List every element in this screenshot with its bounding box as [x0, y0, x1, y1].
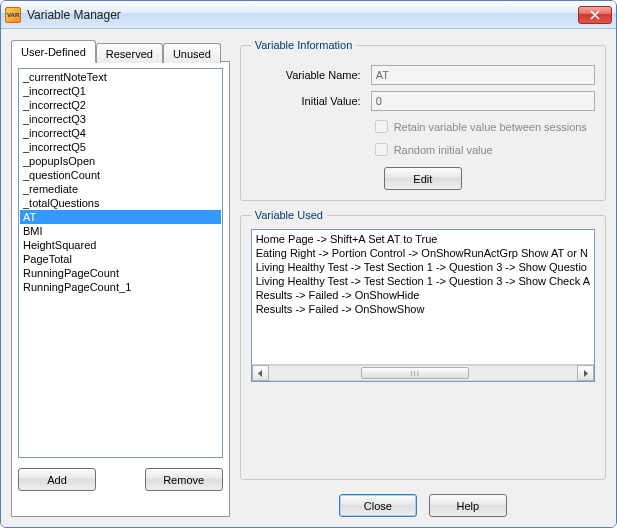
used-line[interactable]: Living Healthy Test -> Test Section 1 ->… [254, 274, 592, 288]
close-icon[interactable] [578, 6, 612, 24]
list-item[interactable]: _questionCount [20, 168, 221, 182]
add-button[interactable]: Add [18, 468, 96, 491]
window-title: Variable Manager [27, 8, 578, 22]
list-item[interactable]: BMI [20, 224, 221, 238]
scroll-thumb[interactable]: III [361, 367, 469, 379]
used-line[interactable]: Living Healthy Test -> Test Section 1 ->… [254, 260, 592, 274]
remove-button[interactable]: Remove [145, 468, 223, 491]
scroll-track[interactable]: III [269, 365, 577, 381]
list-item[interactable]: AT [20, 210, 221, 224]
close-button[interactable]: Close [339, 494, 417, 517]
variable-information-title: Variable Information [251, 39, 357, 51]
tab-user-defined[interactable]: User-Defined [11, 40, 96, 63]
tabstrip: User-Defined Reserved Unused [11, 39, 230, 62]
tab-page: _currentNoteText_incorrectQ1_incorrectQ2… [11, 61, 230, 517]
initial-value-label: Initial Value: [251, 95, 371, 107]
edit-button[interactable]: Edit [384, 167, 462, 190]
help-button[interactable]: Help [429, 494, 507, 517]
used-line[interactable]: Eating Right -> Portion Control -> OnSho… [254, 246, 592, 260]
right-panel: Variable Information Variable Name: Init… [240, 39, 606, 517]
list-item[interactable]: RunningPageCount [20, 266, 221, 280]
scroll-right-arrow-icon[interactable] [577, 365, 594, 381]
horizontal-scrollbar[interactable]: III [252, 364, 594, 381]
variable-listbox[interactable]: _currentNoteText_incorrectQ1_incorrectQ2… [18, 68, 223, 458]
random-checkbox[interactable] [375, 143, 388, 156]
list-item[interactable]: _incorrectQ1 [20, 84, 221, 98]
list-item[interactable]: _incorrectQ2 [20, 98, 221, 112]
variable-manager-window: Variable Manager User-Defined Reserved U… [0, 0, 617, 528]
list-item[interactable]: _totalQuestions [20, 196, 221, 210]
variable-used-group: Variable Used Home Page -> Shift+A Set A… [240, 209, 606, 480]
used-line[interactable]: Results -> Failed -> OnShowHide [254, 288, 592, 302]
list-item[interactable]: HeightSquared [20, 238, 221, 252]
tab-reserved[interactable]: Reserved [96, 43, 163, 63]
list-item[interactable]: _popupIsOpen [20, 154, 221, 168]
var-app-icon [5, 7, 21, 23]
variable-used-listbox[interactable]: Home Page -> Shift+A Set AT to TrueEatin… [251, 229, 595, 382]
list-item[interactable]: PageTotal [20, 252, 221, 266]
left-panel: User-Defined Reserved Unused _currentNot… [11, 39, 230, 517]
variable-information-group: Variable Information Variable Name: Init… [240, 39, 606, 201]
list-item[interactable]: _currentNoteText [20, 70, 221, 84]
titlebar: Variable Manager [1, 1, 616, 29]
list-item[interactable]: _remediate [20, 182, 221, 196]
used-line[interactable]: Results -> Failed -> OnShowShow [254, 302, 592, 316]
variable-name-field[interactable] [371, 65, 595, 85]
list-item[interactable]: _incorrectQ3 [20, 112, 221, 126]
used-line[interactable]: Home Page -> Shift+A Set AT to True [254, 232, 592, 246]
initial-value-field[interactable] [371, 91, 595, 111]
variable-used-title: Variable Used [251, 209, 327, 221]
list-item[interactable]: _incorrectQ4 [20, 126, 221, 140]
retain-checkbox[interactable] [375, 120, 388, 133]
retain-label: Retain variable value between sessions [394, 121, 587, 133]
random-label: Random initial value [394, 144, 493, 156]
list-item[interactable]: RunningPageCount_1 [20, 280, 221, 294]
tab-unused[interactable]: Unused [163, 43, 221, 63]
variable-name-label: Variable Name: [251, 69, 371, 81]
list-item[interactable]: _incorrectQ5 [20, 140, 221, 154]
scroll-left-arrow-icon[interactable] [252, 365, 269, 381]
